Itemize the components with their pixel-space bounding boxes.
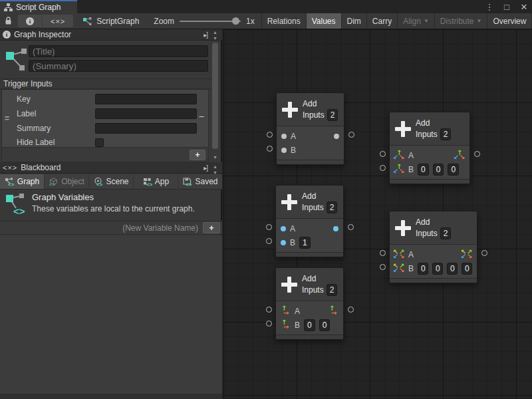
node-header[interactable]: Add Inputs2: [276, 186, 343, 219]
input-count-field[interactable]: 2: [327, 109, 338, 121]
node-add-inputs-vector4[interactable]: Add Inputs2 ↖↗↙↘ A ↖↗↙↘: [389, 211, 477, 283]
align-dropdown[interactable]: Align ▼: [398, 13, 435, 29]
scroll-down-icon[interactable]: ▼: [211, 35, 219, 41]
input-count-field[interactable]: 2: [327, 201, 338, 213]
info-button[interactable]: i: [18, 15, 43, 27]
close-icon[interactable]: ✕: [519, 2, 529, 12]
object-port-icon[interactable]: [281, 134, 287, 139]
tab-object[interactable]: <> Object: [45, 174, 88, 190]
dock-icon[interactable]: ▸]: [203, 31, 207, 39]
relation-port-icon[interactable]: [267, 132, 273, 138]
value-field[interactable]: 0: [448, 164, 459, 176]
vector2-port-icon[interactable]: ↑→: [281, 306, 291, 316]
vector4-port-icon[interactable]: ↖↗↙↘: [394, 263, 404, 273]
lock-button[interactable]: [0, 17, 16, 25]
input-count-field[interactable]: 2: [440, 128, 452, 140]
float-port-icon[interactable]: [333, 226, 338, 231]
vector2-port-icon[interactable]: ↑→: [329, 306, 338, 316]
input-count-field[interactable]: 2: [327, 284, 338, 296]
relation-port-icon[interactable]: [266, 307, 272, 313]
graph-breadcrumb[interactable]: ScriptGraph: [82, 17, 139, 26]
vector3-port-icon[interactable]: ↑↙↘: [394, 164, 404, 174]
relation-port-icon[interactable]: [380, 151, 386, 157]
tab-graph[interactable]: <> Graph: [0, 174, 44, 190]
value-field[interactable]: 0: [418, 263, 428, 275]
graph-canvas[interactable]: Add Inputs2 A B: [223, 29, 532, 399]
node-add-inputs-vector3[interactable]: Add Inputs2 ↑↙↘ A ↑↙↘: [389, 112, 470, 184]
summary-field-trigger[interactable]: [95, 123, 197, 134]
node-header[interactable]: Add Inputs2: [390, 112, 469, 146]
value-field[interactable]: 0: [432, 263, 443, 275]
relations-button[interactable]: Relations: [262, 13, 307, 29]
add-variable-button[interactable]: +: [203, 222, 220, 233]
scroll-up-icon[interactable]: ▲: [211, 164, 219, 170]
key-field[interactable]: [95, 94, 197, 104]
blackboard-scrollbar[interactable]: ▲ ▼: [211, 164, 219, 173]
relation-port-icon[interactable]: [474, 151, 480, 157]
vector3-port-icon[interactable]: ↑↙↘: [455, 150, 465, 160]
tab-scene[interactable]: <> Scene: [89, 174, 133, 190]
add-trigger-input-button[interactable]: +: [190, 150, 205, 160]
inspector-scrollbar[interactable]: ▲ ▼ ▼: [211, 29, 219, 162]
tab-script-graph[interactable]: Script Graph: [0, 0, 77, 13]
relation-port-icon[interactable]: [348, 307, 354, 313]
code-preview-button[interactable]: <×>: [43, 15, 73, 27]
relation-port-icon[interactable]: [267, 146, 273, 152]
dock-icon[interactable]: ▸]: [203, 164, 207, 172]
relation-port-icon[interactable]: [481, 250, 487, 256]
distribute-dropdown[interactable]: Distribute ▼: [435, 13, 488, 29]
object-port-icon[interactable]: [334, 134, 339, 139]
object-port-icon[interactable]: [281, 148, 287, 153]
scroll-up-icon[interactable]: ▲: [211, 29, 219, 35]
node-header[interactable]: Add Inputs2: [276, 268, 343, 301]
node-add-inputs-vector2[interactable]: Add Inputs2 ↑→ A ↑→: [275, 267, 344, 340]
node-header[interactable]: Add Inputs2: [390, 211, 477, 245]
relation-port-icon[interactable]: [266, 238, 272, 244]
maximize-icon[interactable]: □: [501, 2, 512, 12]
float-port-icon[interactable]: [281, 240, 286, 245]
relation-port-icon[interactable]: [380, 264, 386, 270]
scrollbar-thumb[interactable]: [212, 43, 218, 149]
float-port-icon[interactable]: [281, 226, 286, 231]
node-footer: [390, 278, 477, 283]
hide-label-checkbox[interactable]: [95, 138, 104, 147]
vector2-port-icon[interactable]: ↑→: [281, 320, 291, 330]
value-field[interactable]: 0: [433, 164, 444, 176]
node-header[interactable]: Add Inputs2: [277, 93, 344, 126]
overview-button[interactable]: Overview: [487, 13, 532, 29]
relation-port-icon[interactable]: [380, 250, 386, 256]
remove-trigger-input-button[interactable]: −: [199, 111, 204, 122]
tab-saved[interactable]: <> Saved: [178, 174, 222, 190]
svg-text:<>: <>: [8, 182, 15, 186]
vector4-port-icon[interactable]: ↖↗↙↘: [394, 249, 404, 259]
dim-button[interactable]: Dim: [342, 13, 367, 29]
vector3-port-icon[interactable]: ↑↙↘: [394, 150, 404, 160]
zoom-slider-handle[interactable]: [232, 17, 239, 25]
label-field[interactable]: [95, 108, 197, 119]
value-field[interactable]: 0: [447, 263, 458, 275]
title-field[interactable]: [29, 45, 208, 57]
relation-port-icon[interactable]: [348, 132, 354, 138]
summary-field[interactable]: [29, 60, 208, 72]
node-add-inputs-generic[interactable]: Add Inputs2 A B: [276, 92, 344, 165]
tab-app[interactable]: <> App: [134, 174, 178, 190]
relation-port-icon[interactable]: [266, 321, 272, 327]
relation-port-icon[interactable]: [380, 165, 386, 171]
value-field[interactable]: 0: [418, 164, 429, 176]
new-variable-input[interactable]: [1, 222, 201, 233]
value-field[interactable]: 0: [304, 319, 315, 331]
relation-port-icon[interactable]: [266, 224, 272, 230]
graph-toolbar: i <×> ScriptGraph Zoom 1x: [0, 13, 532, 29]
relation-port-icon[interactable]: [348, 224, 354, 230]
carry-button[interactable]: Carry: [367, 13, 398, 29]
window-menu-icon[interactable]: ⋮: [484, 2, 495, 12]
node-add-inputs-float[interactable]: Add Inputs2 A B 1: [275, 185, 344, 257]
scroll-down-icon[interactable]: ▼: [211, 154, 219, 160]
vector4-port-icon[interactable]: ↖↗↙↘: [462, 249, 472, 259]
input-count-field[interactable]: 2: [440, 227, 452, 239]
zoom-slider[interactable]: [180, 21, 241, 22]
value-field[interactable]: 0: [319, 319, 331, 331]
values-button[interactable]: Values: [307, 13, 342, 29]
value-field[interactable]: 1: [299, 237, 311, 249]
value-field[interactable]: 0: [462, 263, 472, 275]
